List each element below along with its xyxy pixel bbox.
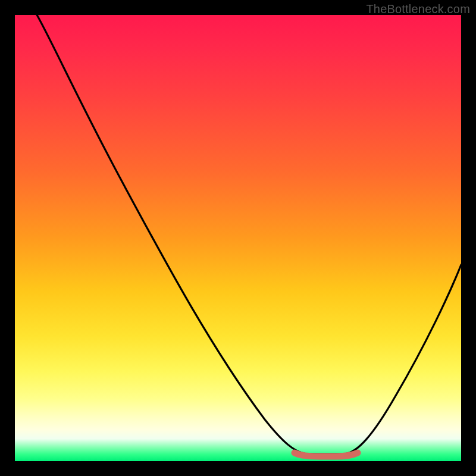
watermark-text: TheBottleneck.com <box>366 2 470 16</box>
curve-overlay <box>15 15 461 461</box>
bottleneck-curve <box>37 15 461 454</box>
chart-frame: TheBottleneck.com <box>0 0 476 476</box>
optimal-band <box>295 453 358 456</box>
plot-area <box>15 15 461 461</box>
